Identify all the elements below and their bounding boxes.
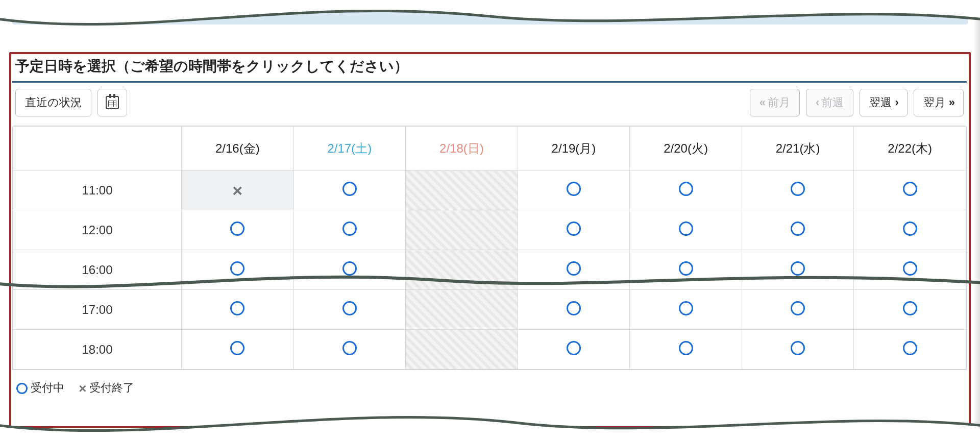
circle-icon <box>230 222 244 236</box>
slot-open[interactable] <box>518 330 630 370</box>
chevron-double-left-icon: « <box>760 96 765 109</box>
slot-open[interactable] <box>630 170 742 210</box>
calendar-picker-button[interactable] <box>97 89 127 116</box>
slot-blank <box>406 250 518 290</box>
slot-open[interactable] <box>742 290 854 330</box>
circle-icon <box>679 182 693 196</box>
time-row: 18:00 <box>13 330 966 370</box>
recent-status-button[interactable]: 直近の状況 <box>15 89 91 116</box>
circle-icon <box>342 261 357 276</box>
slot-open[interactable] <box>742 330 854 370</box>
slot-blank <box>406 170 518 210</box>
section-underline <box>12 81 967 83</box>
circle-icon <box>342 341 357 355</box>
slot-open[interactable] <box>854 210 966 250</box>
slot-open[interactable] <box>182 250 294 290</box>
check-icon: ✓ <box>22 3 34 19</box>
availability-table-wrap: 2/16(金)2/17(土)2/18(日)2/19(月)2/20(火)2/21(… <box>12 126 967 370</box>
slot-open[interactable] <box>518 170 630 210</box>
page-shadow <box>973 0 980 441</box>
circle-icon <box>679 261 693 276</box>
time-label: 16:00 <box>13 250 182 290</box>
prev-month-button: « 前月 <box>750 89 800 116</box>
legend-open-label: 受付中 <box>31 381 64 394</box>
date-header: 2/21(水) <box>742 127 854 170</box>
x-icon: × <box>79 382 86 395</box>
circle-icon <box>679 222 693 236</box>
next-month-button[interactable]: 翌月 » <box>914 89 964 116</box>
circle-icon <box>903 301 917 315</box>
legend-closed: × 受付終了 <box>79 380 134 396</box>
slot-blank <box>406 330 518 370</box>
date-header: 2/20(火) <box>630 127 742 170</box>
prev-week-label: 前週 <box>821 95 844 110</box>
time-row: 11:00× <box>13 170 966 210</box>
selected-service-banner: ✓ ウェブ相談を… ションのご相談 (60分) <box>12 0 968 24</box>
circle-icon <box>342 301 357 315</box>
slot-open[interactable] <box>518 290 630 330</box>
slot-open[interactable] <box>182 330 294 370</box>
slot-open[interactable] <box>518 210 630 250</box>
legend-open: 受付中 <box>16 380 64 396</box>
calendar-icon <box>106 96 119 109</box>
next-week-label: 翌週 <box>869 95 892 110</box>
chevron-left-icon: ‹ <box>816 96 818 109</box>
slot-open[interactable] <box>854 290 966 330</box>
prev-month-label: 前月 <box>768 95 790 110</box>
slot-open[interactable] <box>742 170 854 210</box>
circle-icon <box>567 222 581 236</box>
time-row: 12:00 <box>13 210 966 250</box>
slot-open[interactable] <box>293 290 406 330</box>
circle-icon <box>342 182 357 196</box>
circle-icon <box>342 222 357 236</box>
circle-icon <box>903 182 917 196</box>
circle-icon <box>903 222 917 236</box>
circle-icon <box>679 341 693 355</box>
slot-open[interactable] <box>630 250 742 290</box>
section-title: 予定日時を選択（ご希望の時間帯をクリックしてください） <box>12 54 967 81</box>
time-label: 12:00 <box>13 210 182 250</box>
circle-icon <box>16 383 28 394</box>
slot-open[interactable] <box>854 330 966 370</box>
chevron-right-icon: › <box>895 96 897 109</box>
time-label: 11:00 <box>13 170 182 210</box>
slot-open[interactable] <box>854 170 966 210</box>
legend: 受付中 × 受付終了 <box>12 370 967 400</box>
circle-icon <box>791 341 805 355</box>
slot-open[interactable] <box>293 210 406 250</box>
slot-blank <box>406 210 518 250</box>
slot-open[interactable] <box>293 170 406 210</box>
slot-open[interactable] <box>182 210 294 250</box>
circle-icon <box>791 182 805 196</box>
slot-open[interactable] <box>518 250 630 290</box>
slot-open[interactable] <box>182 290 294 330</box>
time-label: 17:00 <box>13 290 182 330</box>
availability-table: 2/16(金)2/17(土)2/18(日)2/19(月)2/20(火)2/21(… <box>13 126 966 370</box>
banner-right-text: ションのご相談 (60分) <box>813 1 947 17</box>
datetime-selection-section: 予定日時を選択（ご希望の時間帯をクリックしてください） 直近の状況 « 前月 ‹… <box>12 54 967 400</box>
slot-open[interactable] <box>630 330 742 370</box>
slot-open[interactable] <box>742 210 854 250</box>
time-row: 16:00 <box>13 250 966 290</box>
x-icon: × <box>232 182 242 199</box>
slot-open[interactable] <box>293 330 406 370</box>
time-row: 17:00 <box>13 290 966 330</box>
slot-open[interactable] <box>630 290 742 330</box>
slot-open[interactable] <box>630 210 742 250</box>
next-month-label: 翌月 <box>923 95 946 110</box>
time-label: 18:00 <box>13 330 182 370</box>
slot-open[interactable] <box>742 250 854 290</box>
circle-icon <box>230 261 244 276</box>
banner-left-text: ウェブ相談を… <box>47 1 135 17</box>
circle-icon <box>791 261 805 276</box>
circle-icon <box>567 182 581 196</box>
time-header-blank <box>13 127 182 170</box>
date-header: 2/16(金) <box>182 127 294 170</box>
circle-icon <box>679 301 693 315</box>
circle-icon <box>230 301 244 315</box>
slot-open[interactable] <box>854 250 966 290</box>
date-header: 2/22(木) <box>854 127 966 170</box>
slot-open[interactable] <box>293 250 406 290</box>
date-header: 2/17(土) <box>293 127 406 170</box>
next-week-button[interactable]: 翌週 › <box>860 89 907 116</box>
